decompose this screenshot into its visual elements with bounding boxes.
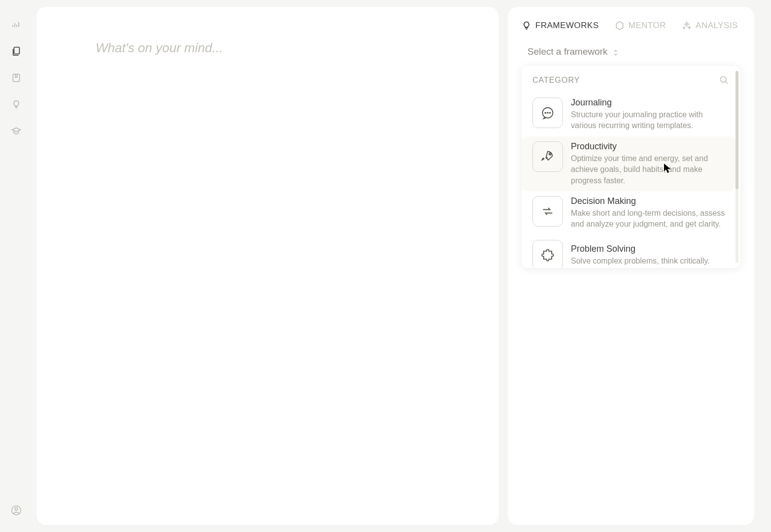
nav-bookmark-icon[interactable] [10,72,22,84]
framework-dropdown: CATEGORY Journaling Structure your journ… [522,66,740,268]
tab-mentor[interactable]: MENTOR [615,21,666,31]
tab-label: ANALYSIS [696,21,738,31]
svg-point-13 [550,112,551,113]
dropdown-scrollbar[interactable] [736,71,738,263]
category-desc: Solve complex problems, think critically… [571,256,710,266]
arrows-icon [532,196,563,227]
framework-select-label: Select a framework [527,46,608,57]
category-label: CATEGORY [532,76,580,85]
hexagon-icon [615,21,625,31]
category-item-decision-making[interactable]: Decision Making Make short and long-term… [522,191,736,235]
svg-point-12 [547,112,548,113]
chevron-updown-icon [613,48,620,55]
svg-point-11 [545,112,546,113]
tab-label: MENTOR [629,21,666,31]
nav-analytics-icon[interactable] [10,19,22,31]
search-icon[interactable] [719,75,730,86]
category-title: Journaling [571,98,727,108]
category-header: CATEGORY [522,66,736,93]
nav-lightbulb-icon[interactable] [10,99,22,110]
nav-documents-icon[interactable] [10,45,22,57]
category-desc: Make short and long-term decisions, asse… [571,208,727,230]
side-panel: FRAMEWORKS MENTOR ANALYSIS Select a fram… [508,7,754,525]
nav-education-icon[interactable] [10,125,22,137]
puzzle-icon [532,240,563,268]
right-gutter [761,0,771,532]
category-item-productivity[interactable]: Productivity Optimize your time and ener… [522,136,736,191]
svg-rect-4 [14,47,19,54]
svg-point-8 [721,77,727,83]
nav-profile-icon[interactable] [10,504,22,516]
lightbulb-icon [522,21,531,31]
main-editor [36,7,499,525]
tab-analysis[interactable]: ANALYSIS [682,21,738,31]
category-title: Problem Solving [571,244,710,254]
svg-rect-5 [13,74,19,82]
category-desc: Structure your journaling practice with … [571,109,727,132]
category-item-journaling[interactable]: Journaling Structure your journaling pra… [522,93,736,136]
scroll-thumb[interactable] [736,71,738,189]
sparkle-icon [682,21,692,31]
tabs: FRAMEWORKS MENTOR ANALYSIS [522,21,740,31]
rocket-icon [532,141,563,172]
category-title: Productivity [571,141,727,152]
category-title: Decision Making [571,196,727,206]
svg-point-7 [15,508,18,511]
tab-label: FRAMEWORKS [535,21,599,31]
category-desc: Optimize your time and energy, set and a… [571,153,727,186]
framework-select[interactable]: Select a framework [522,44,740,66]
chat-icon [532,98,563,128]
svg-line-9 [726,82,728,84]
nav-rail [0,0,33,532]
editor-input[interactable] [96,40,440,56]
category-item-problem-solving[interactable]: Problem Solving Solve complex problems, … [522,235,736,268]
tab-frameworks[interactable]: FRAMEWORKS [522,21,599,31]
